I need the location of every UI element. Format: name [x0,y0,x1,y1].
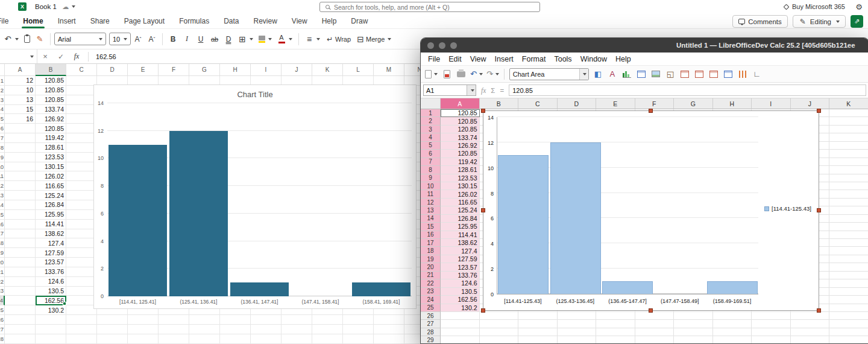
cell-K22[interactable] [829,279,868,287]
row-header-18[interactable]: 18 [421,247,441,255]
combo-dropdown-button[interactable] [579,69,588,80]
cell-K23[interactable] [829,288,868,296]
cell-A5[interactable]: 16 [5,114,36,124]
cell-K7[interactable] [829,158,868,166]
cell-B26[interactable] [36,315,66,325]
menu-format[interactable]: Format [518,55,550,63]
column-header-a[interactable]: A [441,98,480,109]
row-header-13[interactable]: 13 [421,206,441,214]
cell-F28[interactable] [635,328,675,336]
equals-icon[interactable]: = [500,87,504,94]
cell-C22[interactable] [66,277,97,287]
cell-A2[interactable]: 10 [5,86,36,95]
column-header-i[interactable]: I [251,64,281,76]
excel-app-icon[interactable] [18,2,27,11]
cell-J27[interactable] [791,320,830,328]
cell-C5[interactable] [66,114,97,124]
menu-tools[interactable]: Tools [550,55,576,63]
cell-A23[interactable]: 130.5 [441,288,480,296]
chart-bar[interactable] [230,282,289,296]
cell-I28[interactable] [251,334,281,344]
menu-edit[interactable]: Edit [444,55,466,63]
vertical-grids-icon[interactable] [737,68,748,81]
column-header-k[interactable]: K [312,64,343,76]
cell-K6[interactable] [829,150,868,158]
cell-I27[interactable] [752,320,791,328]
chart-type-icon[interactable] [621,68,632,81]
cell-B23[interactable]: 130.5 [36,287,66,296]
column-header-j[interactable]: J [281,64,312,76]
cell-J28[interactable] [791,328,830,336]
cell-H26[interactable] [713,312,752,320]
chart-bar[interactable] [169,131,228,296]
cell-C27[interactable] [66,325,97,334]
row-header-11[interactable]: 11 [0,171,5,181]
comments-button[interactable]: Comments [732,15,788,28]
cell-B12[interactable]: 116.65 [36,181,66,191]
cell-C28[interactable] [66,334,97,344]
row-header-28[interactable]: 28 [0,334,5,344]
new-document-icon[interactable] [425,68,438,81]
cell-A11[interactable]: 126.02 [441,190,480,198]
cancel-button[interactable] [37,49,53,64]
column-header-c[interactable]: C [66,64,97,76]
column-header-k[interactable]: K [829,98,868,109]
cell-K26[interactable] [312,315,343,325]
column-header-l[interactable]: L [343,64,374,76]
menu-insert[interactable]: Insert [491,55,518,63]
row-header-7[interactable]: 7 [421,158,441,166]
cell-C26[interactable] [518,312,558,320]
cell-K27[interactable] [312,325,343,334]
row-header-6[interactable]: 6 [421,150,441,158]
cell-C26[interactable] [66,315,97,325]
cell-A15[interactable] [5,210,36,220]
cell-L26[interactable] [343,315,374,325]
cell-M27[interactable] [374,325,404,334]
cell-A5[interactable]: 126.92 [441,142,480,150]
cell-A12[interactable]: 116.65 [441,199,480,206]
column-header-f[interactable]: F [635,98,675,109]
row-header-2[interactable]: 2 [0,86,5,95]
ribbon-tab-review[interactable]: Review [247,13,285,28]
row-header-12[interactable]: 12 [421,199,441,206]
resize-handle[interactable] [481,208,485,212]
cell-K28[interactable] [312,334,343,344]
row-header-29[interactable]: 29 [421,336,441,344]
cell-K11[interactable] [829,190,868,198]
row-header-13[interactable]: 13 [0,191,5,200]
cell-A8[interactable]: 128.61 [441,166,480,174]
maximize-button[interactable] [450,42,457,49]
resize-handle[interactable] [649,308,653,313]
insert-row-icon[interactable] [694,68,705,81]
column-header-m[interactable]: M [374,64,404,76]
row-header-25[interactable]: 25 [0,305,5,315]
cell-I29[interactable] [752,336,791,344]
cell-B25[interactable]: 130.2 [36,305,66,315]
cell-K8[interactable] [829,166,868,174]
row-header-27[interactable]: 27 [0,325,5,334]
fill-color-button[interactable] [256,32,274,46]
ribbon-tab-formulas[interactable]: Formulas [172,13,216,28]
cell-K14[interactable] [829,215,868,223]
chart-element-selector[interactable]: Chart Area [509,68,589,80]
column-header-h[interactable]: H [220,64,251,76]
cell-D28[interactable] [97,334,128,344]
row-header-8[interactable]: 8 [0,143,5,153]
input-line[interactable]: 120.85 [509,84,866,96]
excel-chart[interactable]: Chart Title 02468101214 [114.41, 125.41]… [93,84,417,309]
enter-button[interactable] [53,49,69,64]
cell-B13[interactable]: 125.24 [36,191,66,200]
chart-floor-icon[interactable]: ◱ [665,68,676,81]
borders-button[interactable] [236,32,256,46]
ribbon-tab-draw[interactable]: Draw [344,13,375,28]
cell-A14[interactable] [5,200,36,210]
column-header-d[interactable]: D [97,64,128,76]
cell-H26[interactable] [220,315,251,325]
cell-A1[interactable]: 12 [5,76,36,86]
font-color-button[interactable] [275,32,295,46]
cell-B6[interactable]: 120.85 [36,124,66,133]
cell-J28[interactable] [281,334,312,344]
resize-handle[interactable] [817,208,821,212]
row-header-10[interactable]: 10 [421,182,441,190]
cell-H28[interactable] [713,328,752,336]
